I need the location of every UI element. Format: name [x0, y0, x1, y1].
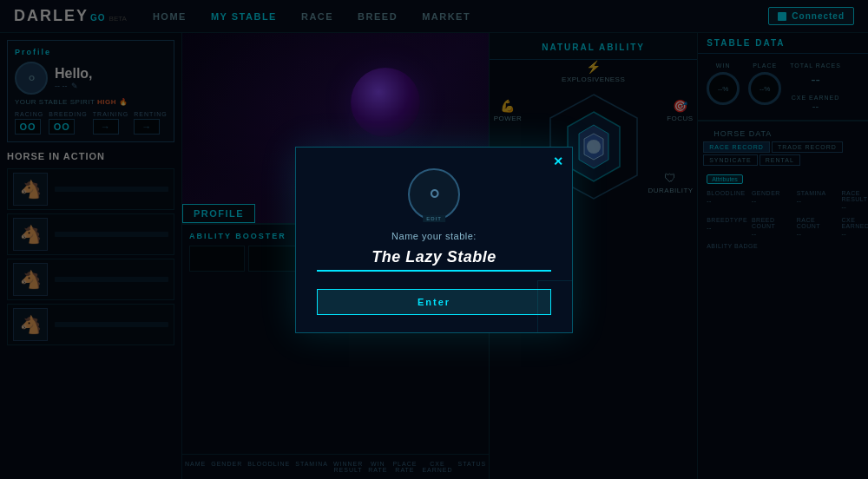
modal-avatar: ⚬ EDIT — [408, 168, 460, 220]
enter-button[interactable]: Enter — [317, 289, 551, 315]
modal-body: ⚬ EDIT Name your stable: Enter — [296, 148, 572, 332]
modal-close-button[interactable]: ✕ — [553, 154, 563, 168]
modal-overlay: ✕ ⚬ EDIT Name your stable: Enter — [0, 0, 868, 479]
modal-edit-label: EDIT — [423, 215, 445, 222]
stable-name-input[interactable] — [317, 248, 551, 272]
modal-avatar-icon: ⚬ — [424, 180, 444, 208]
modal-box: ✕ ⚬ EDIT Name your stable: Enter — [295, 147, 573, 333]
modal-title: Name your stable: — [317, 231, 551, 241]
modal-corner-decoration — [537, 280, 572, 332]
